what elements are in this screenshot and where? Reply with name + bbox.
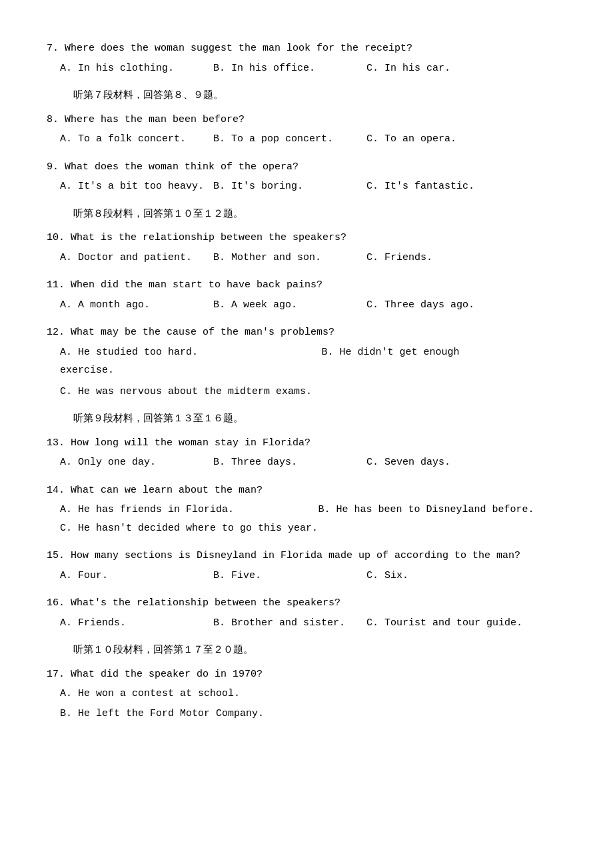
q12-option-c: C. He was nervous about the midterm exam… [60,383,576,401]
question-13: 13. How long will the woman stay in Flor… [47,435,576,471]
q11-option-b: B. A week ago. [213,297,360,314]
question-7: 7. Where does the woman suggest the man … [47,40,576,77]
q8-option-c: C. To an opera. [366,131,513,148]
q12-text: 12. What may be the cause of the man's p… [47,324,576,341]
q9-options: A. It's a bit too heavy. B. It's boring.… [60,178,576,195]
q9-option-c: C. It's fantastic. [366,178,500,195]
q11-text: 11. When did the man start to have back … [47,277,576,294]
q7-text: 7. Where does the woman suggest the man … [47,40,576,57]
q13-options: A. Only one day. B. Three days. C. Seven… [60,454,576,471]
question-9: 9. What does the woman think of the oper… [47,159,576,195]
q17-text: 17. What did the speaker do in 1970? [47,666,576,683]
question-10: 10. What is the relationship between the… [47,229,576,266]
q16-options: A. Friends. B. Brother and sister. C. To… [60,615,576,632]
q11-options: A. A month ago. B. A week ago. C. Three … [60,297,576,314]
q7-option-c: C. In his car. [366,60,513,77]
section-note-10: 听第１０段材料，回答第１７至２０题。 [73,642,576,659]
q9-option-a: A. It's a bit too heavy. [60,178,207,195]
question-14: 14. What can we learn about the man? A. … [47,482,576,537]
q7-option-b: B. In his office. [213,60,360,77]
q17-option-a: A. He won a contest at school. [60,685,576,703]
q13-option-b: B. Three days. [213,454,360,471]
q10-options: A. Doctor and patient. B. Mother and son… [60,249,576,267]
q12-option-b-line2: exercise. [60,362,576,379]
q12-option-a: A. He studied too hard. [60,344,315,361]
q8-text: 8. Where has the man been before? [47,111,576,129]
question-11: 11. When did the man start to have back … [47,277,576,313]
q14-option-a: A. He has friends in Florida. [60,501,318,519]
q13-option-c: C. Seven days. [366,454,513,471]
q10-text: 10. What is the relationship between the… [47,229,576,247]
q14-options-row1: A. He has friends in Florida. B. He has … [60,501,576,519]
q11-option-a: A. A month ago. [60,297,207,314]
q11-option-c: C. Three days ago. [366,297,513,314]
q9-option-b: B. It's boring. [213,178,360,195]
question-17: 17. What did the speaker do in 1970? A. … [47,666,576,723]
q16-option-a: A. Friends. [60,615,207,632]
q16-text: 16. What's the relationship between the … [47,595,576,612]
q15-option-c: C. Six. [366,567,513,585]
q10-option-c: C. Friends. [366,249,513,267]
section-note-7: 听第７段材料，回答第８、９题。 [73,87,576,105]
q13-text: 13. How long will the woman stay in Flor… [47,435,576,452]
question-8: 8. Where has the man been before? A. To … [47,111,576,148]
q8-option-a: A. To a folk concert. [60,131,207,148]
q15-option-a: A. Four. [60,567,207,585]
q10-option-a: A. Doctor and patient. [60,249,207,267]
question-15: 15. How many sections is Disneyland in F… [47,547,576,584]
q17-option-b: B. He left the Ford Motor Company. [60,705,576,723]
q15-options: A. Four. B. Five. C. Six. [60,567,576,585]
section-note-8: 听第８段材料，回答第１０至１２题。 [73,206,576,223]
q8-option-b: B. To a pop concert. [213,131,360,148]
exam-content: 7. Where does the woman suggest the man … [47,40,576,722]
q16-option-b: B. Brother and sister. [213,615,360,632]
q8-options: A. To a folk concert. B. To a pop concer… [60,131,576,148]
question-16: 16. What's the relationship between the … [47,595,576,631]
q10-option-b: B. Mother and son. [213,249,360,267]
q12-option-b-line1: B. He didn't get enough [315,344,577,361]
question-12: 12. What may be the cause of the man's p… [47,324,576,400]
q7-option-a: A. In his clothing. [60,60,207,77]
section-note-9: 听第９段材料，回答第１３至１６题。 [73,411,576,428]
q14-text: 14. What can we learn about the man? [47,482,576,499]
q13-option-a: A. Only one day. [60,454,207,471]
q15-text: 15. How many sections is Disneyland in F… [47,547,576,565]
q16-option-c: C. Tourist and tour guide. [366,615,522,632]
q9-text: 9. What does the woman think of the oper… [47,159,576,176]
q7-options: A. In his clothing. B. In his office. C.… [60,60,576,77]
q14-option-c: C. He hasn't decided where to go this ye… [60,520,576,537]
q15-option-b: B. Five. [213,567,360,585]
q14-option-b: B. He has been to Disneyland before. [318,501,577,519]
q12-options-row1: A. He studied too hard. B. He didn't get… [60,344,576,361]
